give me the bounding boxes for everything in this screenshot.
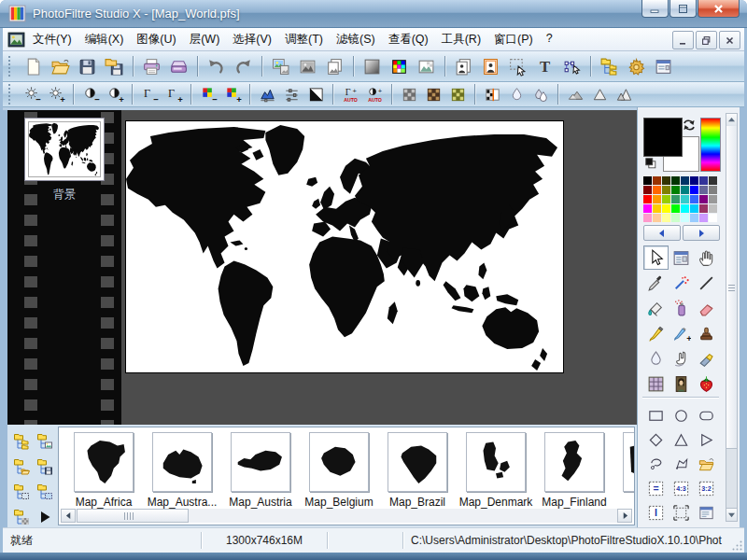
browser-thumbnail[interactable] bbox=[388, 432, 447, 492]
palette-color-33[interactable] bbox=[643, 214, 652, 222]
document-icon[interactable] bbox=[7, 30, 26, 49]
save-as-button[interactable] bbox=[101, 54, 128, 79]
scroll-right-button[interactable] bbox=[617, 509, 632, 523]
right-triangle-shape[interactable] bbox=[694, 428, 719, 452]
palette-color-1[interactable] bbox=[643, 176, 652, 185]
save-button[interactable] bbox=[74, 54, 101, 79]
ratio-I-shape[interactable]: I bbox=[643, 501, 669, 525]
browser-item-4[interactable]: Map_Belgium bbox=[300, 432, 378, 509]
browser-thumbnail[interactable] bbox=[623, 432, 635, 492]
gamma-plus-button[interactable]: Γ+ bbox=[162, 84, 186, 105]
paintbrush-tool[interactable] bbox=[643, 321, 669, 345]
tree-mask-button[interactable] bbox=[33, 479, 56, 504]
lasso-shape[interactable] bbox=[643, 453, 669, 476]
module-button[interactable] bbox=[650, 54, 677, 79]
mdi-close-button[interactable] bbox=[719, 31, 740, 49]
palette-color-29[interactable] bbox=[681, 204, 689, 213]
bw-split-button[interactable] bbox=[480, 84, 504, 105]
saturation-plus-button[interactable]: + bbox=[220, 84, 245, 105]
fill-tool[interactable] bbox=[643, 296, 669, 320]
transparency-button[interactable] bbox=[413, 54, 440, 79]
swap-colors-icon[interactable] bbox=[682, 118, 697, 133]
rounded-rect-shape[interactable] bbox=[694, 404, 719, 427]
palette-color-24[interactable] bbox=[709, 195, 717, 203]
minimize-button[interactable] bbox=[641, 0, 669, 18]
clone-stamp-tool[interactable] bbox=[694, 321, 719, 345]
new-file-button[interactable] bbox=[20, 54, 47, 79]
palette-color-5[interactable] bbox=[681, 176, 689, 185]
undo-button[interactable] bbox=[203, 54, 230, 79]
paste-selection-button[interactable] bbox=[504, 54, 531, 79]
arrow-tool[interactable] bbox=[643, 245, 669, 270]
palette-color-10[interactable] bbox=[653, 186, 661, 194]
palette-color-2[interactable] bbox=[653, 176, 661, 185]
menu-item-11[interactable]: ? bbox=[540, 29, 559, 50]
transfer-image-button[interactable] bbox=[267, 54, 294, 79]
palette-color-22[interactable] bbox=[690, 195, 698, 203]
polygon-shape[interactable] bbox=[669, 453, 694, 476]
scrollbar-thumb[interactable] bbox=[77, 509, 189, 523]
copy-image-button[interactable] bbox=[450, 54, 477, 79]
blur-tool[interactable] bbox=[643, 346, 669, 371]
palette-color-13[interactable] bbox=[681, 186, 689, 194]
menu-item-7[interactable]: 滤镜(S) bbox=[330, 29, 382, 50]
palette-color-27[interactable] bbox=[662, 204, 670, 213]
plugins-button[interactable] bbox=[623, 54, 650, 79]
print-button[interactable] bbox=[138, 54, 165, 79]
browser-thumbnail[interactable] bbox=[74, 432, 134, 492]
tree-images-button[interactable] bbox=[9, 428, 33, 454]
contrast-auto-button[interactable]: +AUTO bbox=[362, 84, 387, 105]
palette-button[interactable] bbox=[386, 54, 413, 79]
palette-color-28[interactable] bbox=[671, 204, 680, 213]
palette-color-39[interactable] bbox=[699, 214, 708, 222]
browser-item-7[interactable]: Map_Finland bbox=[535, 432, 613, 509]
palette-color-20[interactable] bbox=[671, 195, 680, 203]
close-button[interactable] bbox=[698, 0, 740, 18]
menu-item-5[interactable]: 选择(V) bbox=[226, 29, 278, 50]
manager-tool[interactable] bbox=[669, 245, 694, 270]
menu-item-3[interactable]: 图像(U) bbox=[130, 29, 182, 50]
palette-color-8[interactable] bbox=[709, 176, 717, 185]
default-colors-icon[interactable] bbox=[644, 157, 657, 170]
palette-prev-button[interactable] bbox=[643, 225, 681, 241]
palette-color-18[interactable] bbox=[653, 195, 661, 203]
tree-selection-button[interactable] bbox=[9, 479, 33, 504]
scroll-up-button[interactable] bbox=[726, 114, 737, 127]
brightness-plus-button[interactable]: + bbox=[44, 84, 68, 105]
toolbar-drag-handle[interactable] bbox=[8, 84, 14, 105]
resize-grip[interactable] bbox=[731, 539, 743, 552]
tree-image-button[interactable] bbox=[33, 428, 56, 454]
menu-item-9[interactable]: 工具(R) bbox=[435, 29, 487, 50]
menu-item-4[interactable]: 层(W) bbox=[183, 29, 227, 50]
browser-item-1[interactable]: Map_Africa bbox=[64, 432, 143, 509]
triangle-shape[interactable] bbox=[669, 428, 694, 452]
rectangle-shape[interactable] bbox=[643, 404, 669, 427]
palette-color-21[interactable] bbox=[681, 195, 689, 203]
magic-wand-tool[interactable] bbox=[669, 271, 694, 295]
airbrush-tool[interactable] bbox=[669, 296, 694, 320]
palette-color-34[interactable] bbox=[653, 214, 661, 222]
mdi-restore-button[interactable] bbox=[696, 31, 717, 49]
menu-item-2[interactable]: 编辑(X) bbox=[78, 29, 131, 50]
contrast-minus-button[interactable]: − bbox=[78, 84, 103, 105]
menu-item-10[interactable]: 窗口(P) bbox=[487, 29, 540, 50]
line-tool[interactable] bbox=[694, 271, 719, 295]
browser-thumbnail[interactable] bbox=[466, 432, 526, 492]
gradient-button[interactable] bbox=[359, 54, 386, 79]
ratio-3:2-shape[interactable]: 3:2 bbox=[694, 477, 719, 500]
palette-color-32[interactable] bbox=[709, 204, 717, 213]
palette-color-11[interactable] bbox=[662, 186, 670, 194]
palette-color-4[interactable] bbox=[671, 176, 680, 185]
open-folder-button[interactable] bbox=[47, 54, 74, 79]
palette-color-37[interactable] bbox=[681, 214, 689, 222]
tree-save-button[interactable] bbox=[33, 454, 56, 479]
palette-color-36[interactable] bbox=[671, 214, 680, 222]
transform-shape[interactable] bbox=[669, 501, 694, 525]
palette-color-35[interactable] bbox=[662, 214, 670, 222]
scrollbar-thumb[interactable] bbox=[726, 126, 737, 449]
palette-color-12[interactable] bbox=[671, 186, 680, 194]
bw-button[interactable] bbox=[303, 84, 328, 105]
pattern-tool[interactable] bbox=[643, 371, 669, 396]
ratio-4:3-shape[interactable]: 4:3 bbox=[669, 477, 694, 500]
menu-item-1[interactable]: 文件(Y) bbox=[26, 29, 78, 50]
